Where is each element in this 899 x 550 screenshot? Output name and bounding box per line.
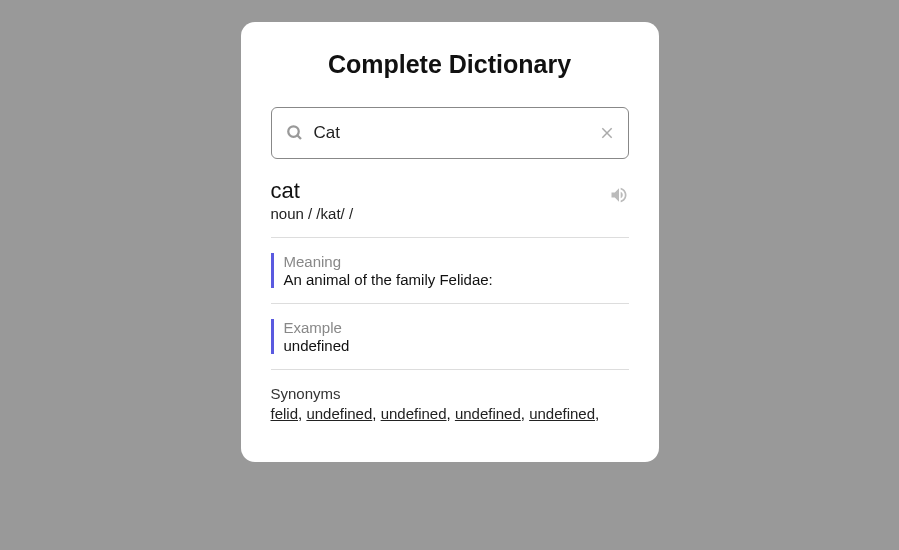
synonym-link[interactable]: undefined <box>381 405 447 422</box>
divider <box>271 237 629 238</box>
example-label: Example <box>284 319 629 336</box>
divider <box>271 369 629 370</box>
synonym-link[interactable]: undefined <box>529 405 595 422</box>
search-box[interactable] <box>271 107 629 159</box>
dictionary-card: Complete Dictionary cat noun / /kat/ / <box>241 22 659 462</box>
meaning-section: Meaning An animal of the family Felidae: <box>271 253 629 288</box>
synonyms-list: felid, undefined, undefined, undefined, … <box>271 405 629 422</box>
page-title: Complete Dictionary <box>271 50 629 79</box>
search-input[interactable] <box>304 123 600 143</box>
word-header: cat noun / /kat/ / <box>271 179 629 222</box>
synonyms-section: Synonyms felid, undefined, undefined, un… <box>271 385 629 422</box>
meaning-label: Meaning <box>284 253 629 270</box>
word-details: noun / /kat/ / <box>271 205 354 222</box>
clear-icon[interactable] <box>600 126 614 140</box>
search-icon <box>286 124 304 142</box>
svg-line-1 <box>297 135 301 139</box>
audio-icon[interactable] <box>609 185 629 209</box>
synonym-link[interactable]: undefined <box>306 405 372 422</box>
synonym-link[interactable]: undefined <box>455 405 521 422</box>
divider <box>271 303 629 304</box>
meaning-value: An animal of the family Felidae: <box>284 271 629 288</box>
svg-point-0 <box>288 126 299 137</box>
synonym-link[interactable]: felid <box>271 405 299 422</box>
example-section: Example undefined <box>271 319 629 354</box>
word-title: cat <box>271 179 354 203</box>
synonyms-label: Synonyms <box>271 385 629 402</box>
example-value: undefined <box>284 337 629 354</box>
